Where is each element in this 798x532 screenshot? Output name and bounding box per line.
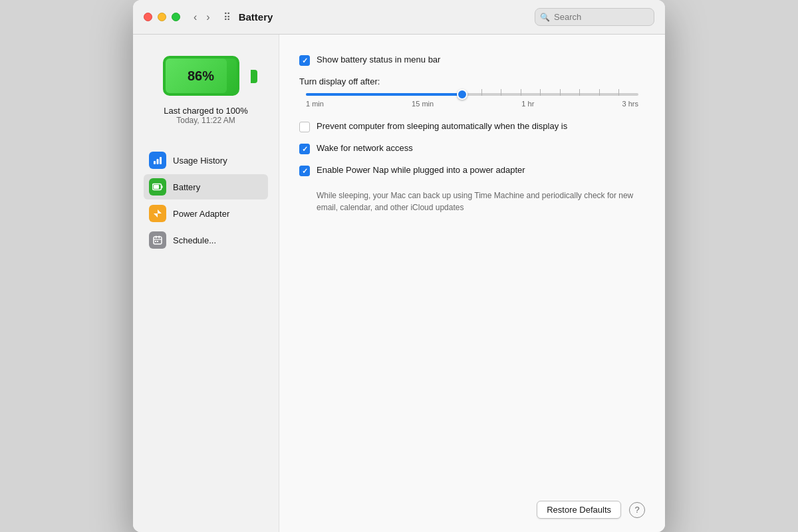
maximize-button[interactable] (172, 13, 180, 21)
svg-rect-9 (159, 236, 160, 239)
show-battery-status-label: Show battery status in menu bar (317, 55, 440, 65)
charge-info: Last charged to 100% Today, 11:22 AM (164, 106, 247, 125)
svg-rect-4 (154, 185, 159, 189)
battery-icon: 86% (163, 55, 249, 98)
svg-rect-5 (162, 186, 163, 188)
battery-tip (251, 70, 257, 83)
sidebar-label-battery: Battery (173, 182, 200, 192)
checkbox-check: ✓ (302, 57, 308, 65)
back-button[interactable]: ‹ (191, 11, 200, 24)
svg-rect-11 (155, 241, 156, 242)
battery-nav-icon (149, 178, 166, 196)
minimize-button[interactable] (158, 13, 166, 21)
wake-network-row: ✓ Wake for network access (299, 143, 645, 154)
svg-marker-6 (154, 209, 162, 217)
slider-container: 1 min 15 min 1 hr 3 hrs (299, 93, 645, 108)
charge-time: Today, 11:22 AM (164, 116, 247, 125)
charge-title: Last charged to 100% (164, 106, 247, 116)
prevent-sleeping-label: Prevent computer from sleeping automatic… (317, 121, 567, 131)
power-nap-check: ✓ (302, 168, 308, 175)
power-nap-row: ✓ Enable Power Nap while plugged into a … (299, 165, 645, 176)
wake-network-checkbox[interactable]: ✓ (299, 144, 310, 154)
slider-label-15min: 15 min (412, 100, 434, 108)
sidebar-label-usage-history: Usage History (173, 156, 227, 166)
sidebar-nav: Usage History Battery (144, 148, 268, 253)
battery-body: 86% (163, 56, 239, 96)
power-nap-label: Enable Power Nap while plugged into a po… (317, 165, 525, 175)
usage-history-icon (149, 152, 166, 169)
sidebar-label-schedule: Schedule... (173, 235, 216, 245)
title-bar: ‹ › ⠿ Battery 🔍 (133, 0, 665, 35)
slider-label-3hrs: 3 hrs (622, 100, 638, 108)
slider-label-1hr: 1 hr (521, 100, 534, 108)
schedule-icon (149, 231, 166, 249)
power-nap-description: While sleeping, your Mac can back up usi… (317, 190, 636, 213)
traffic-lights (144, 13, 180, 21)
battery-display: 86% Last charged to 100% Today, 11:22 AM (144, 55, 268, 125)
svg-rect-1 (157, 159, 159, 164)
restore-defaults-button[interactable]: Restore Defaults (537, 501, 621, 519)
main-panel: ✓ Show battery status in menu bar Turn d… (279, 35, 665, 532)
nav-buttons: ‹ › (191, 11, 213, 24)
search-input[interactable] (535, 8, 654, 26)
svg-rect-7 (154, 237, 162, 244)
prevent-sleeping-row: Prevent computer from sleeping automatic… (299, 121, 645, 132)
show-battery-status-row: ✓ Show battery status in menu bar (299, 55, 645, 66)
battery-percent: 86% (188, 68, 214, 84)
grid-icon[interactable]: ⠿ (223, 11, 231, 23)
window-title: Battery (239, 11, 527, 23)
sidebar: 86% Last charged to 100% Today, 11:22 AM (133, 35, 279, 532)
slider-label-1min: 1 min (306, 100, 324, 108)
svg-rect-0 (154, 161, 156, 164)
svg-rect-2 (160, 157, 162, 164)
sidebar-label-power-adapter: Power Adapter (173, 209, 229, 219)
wake-check: ✓ (302, 146, 308, 153)
sidebar-item-usage-history[interactable]: Usage History (144, 148, 268, 173)
bottom-bar: Restore Defaults ? (299, 487, 645, 519)
power-nap-checkbox[interactable]: ✓ (299, 166, 310, 176)
display-off-label: Turn display off after: (299, 76, 645, 86)
svg-rect-12 (157, 241, 158, 242)
wake-network-label: Wake for network access (317, 143, 413, 153)
slider-fill (306, 93, 462, 96)
sidebar-item-battery[interactable]: Battery (144, 174, 268, 200)
sidebar-item-schedule[interactable]: Schedule... (144, 227, 268, 253)
close-button[interactable] (144, 13, 152, 21)
sidebar-item-power-adapter[interactable]: Power Adapter (144, 201, 268, 226)
slider-track (306, 93, 638, 96)
slider-labels: 1 min 15 min 1 hr 3 hrs (306, 100, 638, 108)
forward-button[interactable]: › (203, 11, 212, 24)
svg-rect-8 (156, 236, 157, 239)
help-button[interactable]: ? (629, 502, 645, 518)
prevent-sleeping-checkbox[interactable] (299, 122, 310, 132)
content-area: 86% Last charged to 100% Today, 11:22 AM (133, 35, 665, 532)
system-preferences-window: ‹ › ⠿ Battery 🔍 86% Last c (133, 0, 665, 532)
power-adapter-icon (149, 205, 166, 222)
search-container: 🔍 (535, 8, 654, 26)
show-battery-status-checkbox[interactable]: ✓ (299, 55, 310, 66)
display-off-section: Turn display off after: (299, 76, 645, 108)
